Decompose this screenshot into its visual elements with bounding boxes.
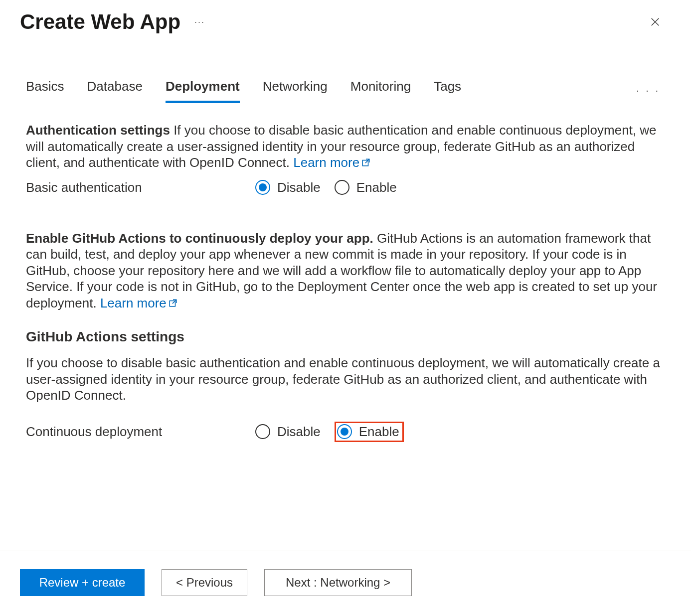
continuous-deployment-row: Continuous deployment Disable Enable <box>26 422 665 442</box>
radio-icon <box>255 180 270 195</box>
tabs-overflow-icon[interactable]: · · · <box>636 85 665 96</box>
github-learn-more-link[interactable]: Learn more <box>100 296 177 310</box>
basic-auth-label: Basic authentication <box>26 180 255 195</box>
gha-settings-heading: GitHub Actions settings <box>26 329 665 345</box>
continuous-deployment-label: Continuous deployment <box>26 424 255 440</box>
basic-auth-enable-radio[interactable]: Enable <box>335 180 397 195</box>
tab-monitoring[interactable]: Monitoring <box>350 79 411 102</box>
title-more-icon[interactable]: ··· <box>194 17 205 27</box>
continuous-deployment-enable-radio[interactable]: Enable <box>337 424 399 440</box>
external-link-icon <box>361 154 370 163</box>
github-actions-heading: Enable GitHub Actions to continuously de… <box>26 231 373 246</box>
page-title: Create Web App <box>20 10 180 34</box>
external-link-icon <box>169 295 177 304</box>
wizard-tabs: Basics Database Deployment Networking Mo… <box>0 79 691 102</box>
continuous-deployment-disable-radio[interactable]: Disable <box>255 424 321 440</box>
tab-basics[interactable]: Basics <box>26 79 64 102</box>
previous-button[interactable]: < Previous <box>162 569 247 596</box>
basic-auth-disable-radio[interactable]: Disable <box>255 180 321 195</box>
radio-icon <box>337 424 352 439</box>
auth-heading: Authentication settings <box>26 123 170 138</box>
github-actions-description: Enable GitHub Actions to continuously de… <box>26 230 665 311</box>
radio-label: Disable <box>277 424 321 440</box>
gha-settings-body: If you choose to disable basic authentic… <box>26 355 665 404</box>
radio-icon <box>255 424 270 439</box>
auth-learn-more-text: Learn more <box>293 155 359 170</box>
page-header: Create Web App ··· <box>0 0 691 34</box>
tab-database[interactable]: Database <box>87 79 143 102</box>
continuous-deployment-radio-group: Disable Enable <box>255 422 404 442</box>
auth-learn-more-link[interactable]: Learn more <box>293 155 370 170</box>
wizard-footer: Review + create < Previous Next : Networ… <box>0 551 691 616</box>
close-icon <box>650 16 661 27</box>
tab-networking[interactable]: Networking <box>263 79 328 102</box>
content-area: Authentication settings If you choose to… <box>0 102 691 442</box>
radio-label: Enable <box>359 424 399 440</box>
radio-label: Disable <box>277 180 321 195</box>
basic-auth-row: Basic authentication Disable Enable <box>26 180 665 195</box>
highlight-annotation: Enable <box>335 422 404 442</box>
close-button[interactable] <box>645 12 665 32</box>
github-learn-more-text: Learn more <box>100 296 167 310</box>
radio-icon <box>335 180 349 195</box>
tab-deployment[interactable]: Deployment <box>166 79 240 102</box>
review-create-button[interactable]: Review + create <box>20 569 145 596</box>
auth-description: Authentication settings If you choose to… <box>26 122 665 171</box>
next-button[interactable]: Next : Networking > <box>264 569 412 596</box>
radio-label: Enable <box>356 180 397 195</box>
basic-auth-radio-group: Disable Enable <box>255 180 397 195</box>
tab-tags[interactable]: Tags <box>434 79 461 102</box>
